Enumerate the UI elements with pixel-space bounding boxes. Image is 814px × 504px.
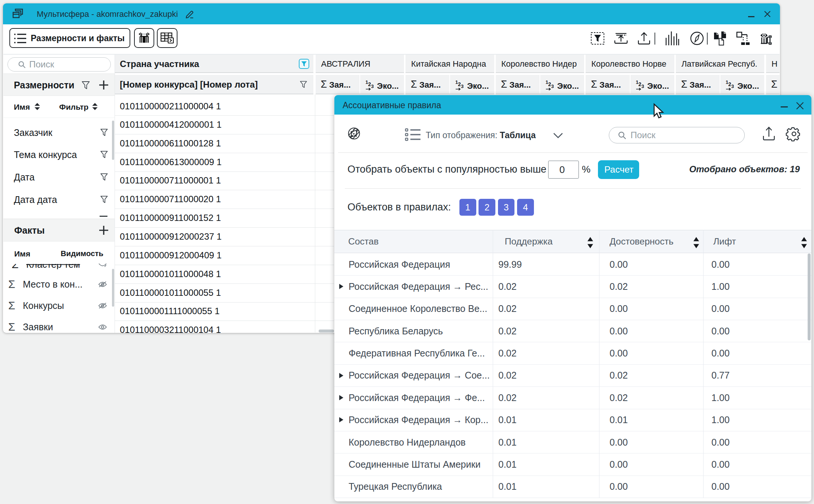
svg-text:3: 3 — [371, 84, 374, 89]
svg-text:2: 2 — [368, 81, 371, 87]
svg-text:3: 3 — [731, 84, 734, 89]
svg-text:2: 2 — [728, 81, 731, 87]
svg-text:2: 2 — [638, 81, 641, 87]
svg-text:3: 3 — [551, 84, 554, 89]
svg-text:3: 3 — [641, 84, 644, 89]
svg-text:3: 3 — [461, 84, 464, 89]
svg-text:2: 2 — [458, 81, 461, 87]
svg-text:2: 2 — [548, 81, 551, 87]
